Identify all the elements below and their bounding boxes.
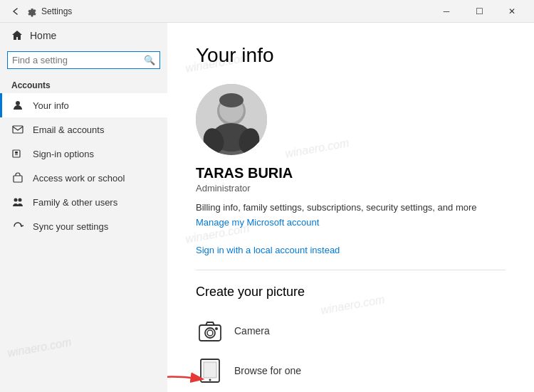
camera-option[interactable]: Camera [196,311,506,351]
browse-label: Browse for one [234,365,301,376]
search-icon: 🔍 [144,55,155,65]
window-controls: ─ ☐ ✕ [430,0,528,23]
user-name: TARAS BURIA [196,165,506,181]
main-content: Your info [167,23,534,392]
sync-icon [11,220,24,233]
home-label: Home [30,30,56,41]
sidebar-item-sync[interactable]: Sync your settings [0,214,167,238]
user-role: Administrator [196,183,506,194]
home-icon [11,30,23,41]
billing-info-text: Billing info, family settings, subscript… [196,202,495,213]
svg-point-0 [16,101,20,105]
sidebar-item-label-signin: Sign-in options [33,149,94,159]
sidebar: Home 🔍 Accounts Your info [0,23,167,392]
avatar [196,84,267,155]
svg-rect-5 [14,176,22,182]
back-button[interactable] [6,1,26,21]
sign-in-local-link[interactable]: Sign in with a local account instead [196,245,506,255]
sidebar-item-access-work[interactable]: Access work or school [0,166,167,190]
svg-rect-4 [15,154,18,155]
accounts-section-label: Accounts [0,76,167,93]
page-title: Your info [196,44,506,67]
sidebar-item-label-work: Access work or school [33,173,125,184]
sidebar-item-your-info[interactable]: Your info [0,93,167,117]
sidebar-item-label-sync: Sync your settings [33,221,108,232]
avatar-image [196,84,267,155]
create-picture-title: Create your picture [196,285,506,300]
camera-label: Camera [234,325,270,337]
svg-point-22 [215,327,218,330]
svg-rect-3 [15,152,18,154]
settings-icon [26,6,37,17]
your-info-icon [11,99,24,112]
close-button[interactable]: ✕ [496,0,528,23]
svg-point-7 [19,198,22,202]
title-bar: Settings ─ ☐ ✕ [0,0,534,23]
work-icon [11,171,24,184]
red-arrow [167,364,217,392]
svg-point-6 [14,198,18,202]
sidebar-item-label-email: Email & accounts [33,125,104,135]
sidebar-item-label-family: Family & other users [33,197,117,208]
sidebar-item-family[interactable]: Family & other users [0,190,167,214]
section-divider [196,270,506,270]
manage-account-link[interactable]: Manage my Microsoft account [196,217,506,228]
search-input[interactable] [12,55,144,65]
sidebar-item-email-accounts[interactable]: Email & accounts [0,117,167,142]
profile-section: TARAS BURIA Administrator Billing info, … [196,84,506,231]
maximize-button[interactable]: ☐ [463,0,496,23]
search-box[interactable]: 🔍 [7,51,160,69]
minimize-button[interactable]: ─ [430,0,463,23]
svg-rect-1 [13,126,23,133]
camera-icon [196,317,224,345]
email-icon [11,123,24,136]
app-body: Home 🔍 Accounts Your info [0,23,534,392]
window-title: Settings [41,6,430,16]
family-icon [11,196,24,208]
sidebar-item-home[interactable]: Home [0,23,167,48]
svg-point-20 [205,328,215,338]
svg-rect-18 [196,84,267,155]
sign-in-icon [11,147,24,160]
sidebar-item-sign-in[interactable]: Sign-in options [0,142,167,166]
svg-point-21 [207,330,213,336]
sidebar-item-label-your-info: Your info [33,100,69,111]
